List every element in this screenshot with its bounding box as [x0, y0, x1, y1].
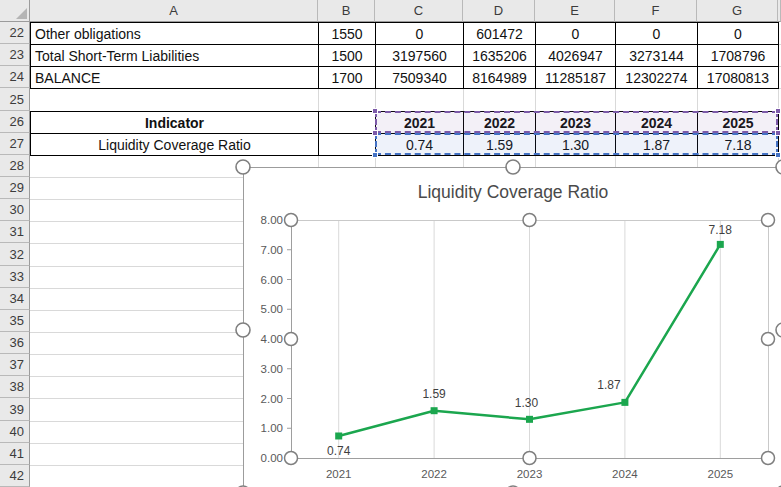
plot-selection-handle[interactable] [762, 452, 775, 465]
select-all-corner[interactable] [0, 0, 30, 22]
column-header-E[interactable]: E [535, 0, 615, 22]
y-axis-label: 1.00 [261, 422, 283, 434]
cell-A27-label[interactable]: Liquidity Coverage Ratio [31, 134, 319, 156]
plot-selection-handle[interactable] [523, 452, 536, 465]
category-range-handle[interactable] [372, 108, 378, 114]
marker-2023[interactable] [526, 416, 533, 423]
x-axis-label: 2021 [326, 468, 352, 480]
marker-2025[interactable] [717, 241, 724, 248]
cell-D23[interactable]: 1635206 [464, 45, 536, 67]
row-header-40[interactable]: 40 [0, 421, 30, 443]
marker-2024[interactable] [621, 399, 628, 406]
category-range-handle[interactable] [775, 130, 781, 136]
cell-F23[interactable]: 3273144 [616, 45, 698, 67]
x-axis-label: 2022 [421, 468, 447, 480]
row-header-33[interactable]: 33 [0, 266, 30, 288]
row-header-41[interactable]: 41 [0, 443, 30, 465]
chart-title[interactable]: Liquidity Coverage Ratio [418, 182, 609, 202]
column-header-G[interactable]: G [697, 0, 778, 22]
cell-G24[interactable]: 17080813 [698, 67, 779, 89]
category-range-handle[interactable] [372, 130, 378, 136]
row-header-32[interactable]: 32 [0, 243, 30, 266]
cell-E23[interactable]: 4026947 [536, 45, 616, 67]
plot-selection-handle[interactable] [285, 333, 298, 346]
y-axis-label: 4.00 [261, 333, 283, 345]
row-header-38[interactable]: 38 [0, 376, 30, 398]
plot-selection-handle[interactable] [523, 214, 536, 227]
select-all-triangle-icon [16, 8, 27, 19]
cell-B26[interactable] [319, 112, 376, 134]
cell-D22[interactable]: 601472 [464, 23, 536, 45]
row-header-39[interactable]: 39 [0, 398, 30, 421]
cell-F24[interactable]: 12302274 [616, 67, 698, 89]
data-label-2021[interactable]: 0.74 [327, 444, 351, 458]
row-header-26[interactable]: 26 [0, 111, 30, 133]
category-range-handle[interactable] [775, 108, 781, 114]
chart-selection-handle[interactable] [236, 160, 250, 174]
cell-C22[interactable]: 0 [376, 23, 464, 45]
x-axis-label: 2024 [612, 468, 638, 480]
column-header-B[interactable]: B [318, 0, 375, 22]
row-header-23[interactable]: 23 [0, 44, 30, 66]
data-label-2022[interactable]: 1.59 [422, 387, 446, 401]
marker-2021[interactable] [335, 432, 342, 439]
column-header-A[interactable]: A [30, 0, 318, 22]
y-axis-label: 2.00 [261, 393, 283, 405]
values-range-highlight [375, 133, 778, 155]
data-label-2024[interactable]: 1.87 [597, 378, 621, 392]
values-range-handle[interactable] [372, 152, 378, 158]
y-axis-label: 8.00 [261, 214, 283, 226]
row-header-30[interactable]: 30 [0, 199, 30, 221]
y-axis-label: 7.00 [261, 244, 283, 256]
cell-A23[interactable]: Total Short-Term Liabilities [31, 45, 319, 67]
chart-frame[interactable] [244, 168, 781, 487]
column-header-D[interactable]: D [463, 0, 535, 22]
row-header-28[interactable]: 28 [0, 155, 30, 177]
values-range-handle[interactable] [775, 152, 781, 158]
cell-D24[interactable]: 8164989 [464, 67, 536, 89]
cell-A22[interactable]: Other obligations [31, 23, 319, 45]
cell-B22[interactable]: 1550 [319, 23, 376, 45]
cell-E24[interactable]: 11285187 [536, 67, 616, 89]
excel-worksheet: ABCDEFG 22232425262728293031323334353637… [0, 0, 781, 487]
cell-B27[interactable] [319, 134, 376, 156]
row-header-34[interactable]: 34 [0, 288, 30, 310]
row-header-36[interactable]: 36 [0, 332, 30, 354]
row-header-25[interactable]: 25 [0, 88, 30, 111]
plot-selection-handle[interactable] [762, 333, 775, 346]
row-header-37[interactable]: 37 [0, 354, 30, 376]
x-axis-label: 2025 [708, 468, 734, 480]
data-label-2025[interactable]: 7.18 [709, 223, 733, 237]
y-axis-label: 6.00 [261, 274, 283, 286]
y-axis-label: 5.00 [261, 303, 283, 315]
plot-selection-handle[interactable] [285, 214, 298, 227]
cell-G23[interactable]: 1708796 [698, 45, 779, 67]
liabilities-table: Other obligations15500601472000Total Sho… [30, 22, 779, 89]
chart-area[interactable]: Liquidity Coverage Ratio0.001.002.003.00… [243, 167, 781, 487]
row-header-42[interactable]: 42 [0, 465, 30, 487]
chart-selection-handle[interactable] [506, 160, 520, 174]
cell-A24[interactable]: BALANCE [31, 67, 319, 89]
cell-F22[interactable]: 0 [616, 23, 698, 45]
column-header-C[interactable]: C [375, 0, 463, 22]
data-label-2023[interactable]: 1.30 [515, 396, 539, 410]
cell-C23[interactable]: 3197560 [376, 45, 464, 67]
chart-selection-handle[interactable] [236, 323, 250, 337]
cell-G22[interactable]: 0 [698, 23, 779, 45]
row-header-31[interactable]: 31 [0, 221, 30, 243]
row-header-24[interactable]: 24 [0, 66, 30, 88]
plot-selection-handle[interactable] [285, 452, 298, 465]
row-header-35[interactable]: 35 [0, 310, 30, 332]
column-header-F[interactable]: F [615, 0, 697, 22]
marker-2022[interactable] [431, 407, 438, 414]
cell-B23[interactable]: 1500 [319, 45, 376, 67]
cell-B24[interactable]: 1700 [319, 67, 376, 89]
row-header-29[interactable]: 29 [0, 177, 30, 199]
row-header-27[interactable]: 27 [0, 133, 30, 155]
cell-C24[interactable]: 7509340 [376, 67, 464, 89]
cell-E22[interactable]: 0 [536, 23, 616, 45]
plot-selection-handle[interactable] [762, 214, 775, 227]
row-header-22[interactable]: 22 [0, 22, 30, 44]
cell-A26-indicator[interactable]: Indicator [31, 112, 319, 134]
category-range-highlight [375, 111, 778, 133]
